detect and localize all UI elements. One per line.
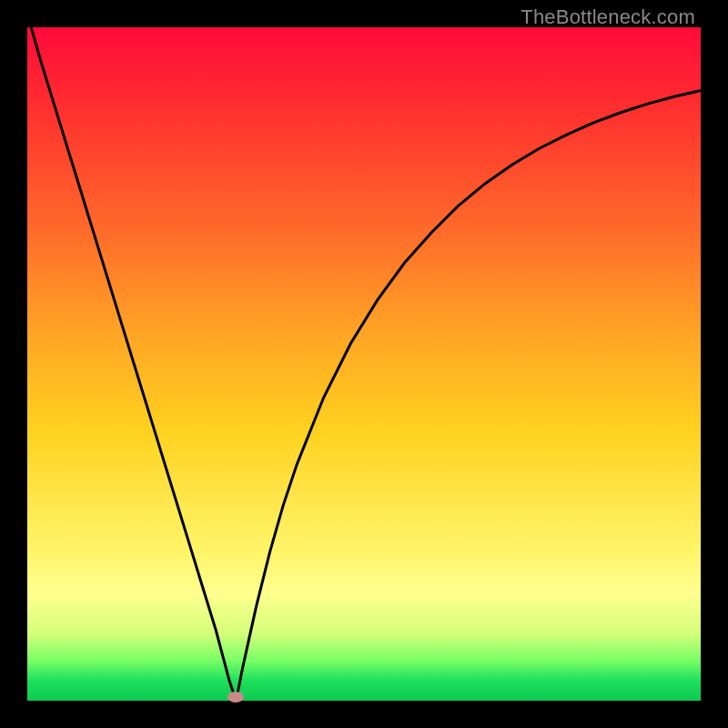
- chart-stage: TheBottleneck.com: [0, 0, 728, 728]
- curve-path: [27, 27, 701, 701]
- curve-minimum-marker: [228, 692, 244, 703]
- chart-curve: [27, 27, 701, 701]
- watermark-text: TheBottleneck.com: [521, 5, 695, 29]
- plot-area: [27, 27, 701, 701]
